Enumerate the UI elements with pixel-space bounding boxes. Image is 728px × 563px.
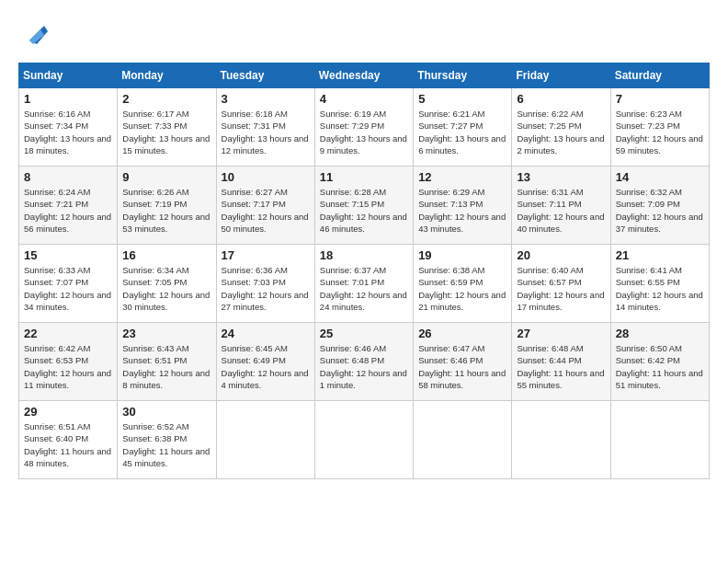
day-number: 29	[24, 405, 112, 419]
day-info: Sunrise: 6:28 AM Sunset: 7:15 PM Dayligh…	[320, 186, 408, 235]
calendar-week-row: 29Sunrise: 6:51 AM Sunset: 6:40 PM Dayli…	[19, 401, 710, 479]
day-number: 22	[24, 327, 112, 340]
day-info: Sunrise: 6:36 AM Sunset: 7:03 PM Dayligh…	[222, 264, 310, 313]
day-number: 8	[24, 170, 112, 184]
day-info: Sunrise: 6:46 AM Sunset: 6:48 PM Dayligh…	[320, 342, 408, 391]
day-number: 17	[222, 248, 310, 262]
calendar-cell: 21Sunrise: 6:41 AM Sunset: 6:55 PM Dayli…	[610, 245, 709, 323]
day-info: Sunrise: 6:38 AM Sunset: 6:59 PM Dayligh…	[418, 264, 506, 313]
calendar-cell: 9Sunrise: 6:26 AM Sunset: 7:19 PM Daylig…	[118, 167, 216, 245]
header-friday: Friday	[512, 63, 610, 88]
calendar-week-row: 1Sunrise: 6:16 AM Sunset: 7:34 PM Daylig…	[19, 88, 710, 167]
day-info: Sunrise: 6:23 AM Sunset: 7:23 PM Dayligh…	[616, 108, 704, 156]
day-number: 24	[222, 327, 310, 340]
day-number: 12	[418, 170, 506, 184]
calendar-cell: 5Sunrise: 6:21 AM Sunset: 7:27 PM Daylig…	[414, 88, 512, 167]
calendar-cell: 8Sunrise: 6:24 AM Sunset: 7:21 PM Daylig…	[19, 167, 118, 245]
calendar-cell: 1Sunrise: 6:16 AM Sunset: 7:34 PM Daylig…	[19, 88, 118, 167]
day-info: Sunrise: 6:42 AM Sunset: 6:53 PM Dayligh…	[24, 342, 112, 391]
day-number: 25	[320, 327, 408, 340]
calendar-cell	[314, 401, 413, 479]
day-info: Sunrise: 6:40 AM Sunset: 6:57 PM Dayligh…	[517, 264, 605, 313]
calendar-cell: 28Sunrise: 6:50 AM Sunset: 6:42 PM Dayli…	[610, 323, 709, 401]
calendar-cell: 20Sunrise: 6:40 AM Sunset: 6:57 PM Dayli…	[512, 245, 610, 323]
calendar-cell: 29Sunrise: 6:51 AM Sunset: 6:40 PM Dayli…	[19, 401, 118, 479]
day-number: 27	[517, 327, 605, 340]
day-number: 9	[122, 170, 210, 184]
calendar-cell: 17Sunrise: 6:36 AM Sunset: 7:03 PM Dayli…	[216, 245, 314, 323]
day-info: Sunrise: 6:18 AM Sunset: 7:31 PM Dayligh…	[222, 108, 310, 156]
day-number: 30	[122, 405, 210, 419]
header-thursday: Thursday	[414, 63, 512, 88]
calendar-cell: 14Sunrise: 6:32 AM Sunset: 7:09 PM Dayli…	[610, 167, 709, 245]
day-info: Sunrise: 6:41 AM Sunset: 6:55 PM Dayligh…	[616, 264, 704, 313]
calendar-cell: 3Sunrise: 6:18 AM Sunset: 7:31 PM Daylig…	[216, 88, 314, 167]
calendar-cell: 12Sunrise: 6:29 AM Sunset: 7:13 PM Dayli…	[414, 167, 512, 245]
calendar-cell	[610, 401, 709, 479]
day-number: 16	[122, 248, 210, 262]
calendar-cell: 4Sunrise: 6:19 AM Sunset: 7:29 PM Daylig…	[314, 88, 413, 167]
day-number: 15	[24, 248, 112, 262]
day-info: Sunrise: 6:22 AM Sunset: 7:25 PM Dayligh…	[517, 108, 605, 156]
day-number: 4	[320, 92, 408, 106]
calendar-cell: 22Sunrise: 6:42 AM Sunset: 6:53 PM Dayli…	[19, 323, 118, 401]
calendar-cell: 18Sunrise: 6:37 AM Sunset: 7:01 PM Dayli…	[314, 245, 413, 323]
day-number: 2	[122, 92, 210, 106]
day-number: 3	[222, 92, 310, 106]
logo	[18, 18, 51, 52]
calendar-cell: 25Sunrise: 6:46 AM Sunset: 6:48 PM Dayli…	[314, 323, 413, 401]
calendar-cell: 15Sunrise: 6:33 AM Sunset: 7:07 PM Dayli…	[19, 245, 118, 323]
page: Sunday Monday Tuesday Wednesday Thursday…	[0, 0, 728, 563]
header-wednesday: Wednesday	[314, 63, 413, 88]
day-number: 7	[616, 92, 704, 106]
calendar-cell: 10Sunrise: 6:27 AM Sunset: 7:17 PM Dayli…	[216, 167, 314, 245]
day-info: Sunrise: 6:48 AM Sunset: 6:44 PM Dayligh…	[517, 342, 605, 391]
header-sunday: Sunday	[19, 63, 118, 88]
header	[18, 18, 710, 52]
day-info: Sunrise: 6:33 AM Sunset: 7:07 PM Dayligh…	[24, 264, 112, 313]
day-number: 14	[616, 170, 704, 184]
day-number: 23	[122, 327, 210, 340]
header-tuesday: Tuesday	[216, 63, 314, 88]
calendar-cell	[414, 401, 512, 479]
day-info: Sunrise: 6:45 AM Sunset: 6:49 PM Dayligh…	[222, 342, 310, 391]
calendar-cell: 16Sunrise: 6:34 AM Sunset: 7:05 PM Dayli…	[118, 245, 216, 323]
day-number: 13	[517, 170, 605, 184]
day-number: 1	[24, 92, 112, 106]
day-info: Sunrise: 6:27 AM Sunset: 7:17 PM Dayligh…	[222, 186, 310, 235]
day-number: 10	[222, 170, 310, 184]
day-info: Sunrise: 6:31 AM Sunset: 7:11 PM Dayligh…	[517, 186, 605, 235]
day-number: 26	[418, 327, 506, 340]
calendar-week-row: 22Sunrise: 6:42 AM Sunset: 6:53 PM Dayli…	[19, 323, 710, 401]
header-saturday: Saturday	[610, 63, 709, 88]
day-number: 6	[517, 92, 605, 106]
day-info: Sunrise: 6:19 AM Sunset: 7:29 PM Dayligh…	[320, 108, 408, 156]
calendar-table: Sunday Monday Tuesday Wednesday Thursday…	[18, 63, 710, 479]
day-info: Sunrise: 6:47 AM Sunset: 6:46 PM Dayligh…	[418, 342, 506, 391]
calendar-cell	[216, 401, 314, 479]
day-info: Sunrise: 6:43 AM Sunset: 6:51 PM Dayligh…	[122, 342, 210, 391]
calendar-cell: 6Sunrise: 6:22 AM Sunset: 7:25 PM Daylig…	[512, 88, 610, 167]
calendar-cell: 7Sunrise: 6:23 AM Sunset: 7:23 PM Daylig…	[610, 88, 709, 167]
day-info: Sunrise: 6:51 AM Sunset: 6:40 PM Dayligh…	[24, 420, 112, 469]
day-info: Sunrise: 6:21 AM Sunset: 7:27 PM Dayligh…	[418, 108, 506, 156]
calendar-cell: 2Sunrise: 6:17 AM Sunset: 7:33 PM Daylig…	[118, 88, 216, 167]
calendar-cell: 30Sunrise: 6:52 AM Sunset: 6:38 PM Dayli…	[118, 401, 216, 479]
calendar-cell: 26Sunrise: 6:47 AM Sunset: 6:46 PM Dayli…	[414, 323, 512, 401]
weekday-header-row: Sunday Monday Tuesday Wednesday Thursday…	[19, 63, 710, 88]
day-info: Sunrise: 6:52 AM Sunset: 6:38 PM Dayligh…	[122, 420, 210, 469]
day-info: Sunrise: 6:26 AM Sunset: 7:19 PM Dayligh…	[122, 186, 210, 235]
calendar-cell: 11Sunrise: 6:28 AM Sunset: 7:15 PM Dayli…	[314, 167, 413, 245]
day-info: Sunrise: 6:24 AM Sunset: 7:21 PM Dayligh…	[24, 186, 112, 235]
day-info: Sunrise: 6:34 AM Sunset: 7:05 PM Dayligh…	[122, 264, 210, 313]
day-number: 21	[616, 248, 704, 262]
calendar-cell	[512, 401, 610, 479]
day-info: Sunrise: 6:32 AM Sunset: 7:09 PM Dayligh…	[616, 186, 704, 235]
day-number: 28	[616, 327, 704, 340]
logo-icon	[22, 18, 51, 52]
calendar-week-row: 8Sunrise: 6:24 AM Sunset: 7:21 PM Daylig…	[19, 167, 710, 245]
day-number: 19	[418, 248, 506, 262]
calendar-week-row: 15Sunrise: 6:33 AM Sunset: 7:07 PM Dayli…	[19, 245, 710, 323]
header-monday: Monday	[118, 63, 216, 88]
day-number: 18	[320, 248, 408, 262]
